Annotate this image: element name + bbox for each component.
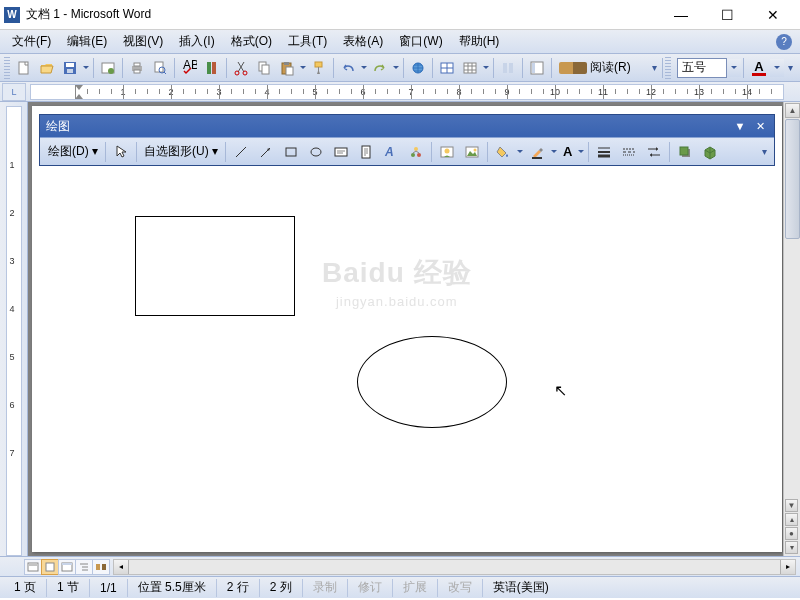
toolbar-overflow[interactable]: ▾ bbox=[648, 57, 660, 79]
copy-button[interactable] bbox=[253, 57, 275, 79]
status-pages[interactable]: 1/1 bbox=[90, 579, 128, 597]
menu-insert[interactable]: 插入(I) bbox=[171, 31, 222, 52]
font-color-dropdown[interactable] bbox=[770, 59, 784, 77]
menu-format[interactable]: 格式(O) bbox=[223, 31, 280, 52]
table-dropdown[interactable] bbox=[482, 66, 490, 69]
browse-object-button[interactable]: ● bbox=[785, 527, 798, 540]
web-layout-view-button[interactable] bbox=[58, 559, 76, 575]
doc-map-button[interactable] bbox=[526, 57, 548, 79]
clipart-button[interactable] bbox=[435, 141, 459, 163]
print-layout-view-button[interactable] bbox=[41, 559, 59, 575]
print-button[interactable] bbox=[126, 57, 148, 79]
print-preview-button[interactable] bbox=[149, 57, 171, 79]
scroll-right-button[interactable]: ▸ bbox=[780, 560, 795, 574]
drawing-overflow[interactable]: ▾ bbox=[758, 141, 770, 163]
columns-button[interactable] bbox=[497, 57, 519, 79]
status-language[interactable]: 英语(美国) bbox=[483, 579, 559, 597]
tables-borders-button[interactable] bbox=[436, 57, 458, 79]
horizontal-ruler[interactable]: 123456789101112131415 bbox=[30, 84, 784, 100]
line-color-dropdown[interactable] bbox=[550, 150, 558, 153]
normal-view-button[interactable] bbox=[24, 559, 42, 575]
horizontal-scrollbar[interactable]: ◂ ▸ bbox=[113, 559, 796, 575]
picture-button[interactable] bbox=[460, 141, 484, 163]
close-button[interactable]: ✕ bbox=[750, 0, 796, 30]
fill-color-button[interactable] bbox=[491, 141, 515, 163]
scroll-left-button[interactable]: ◂ bbox=[114, 560, 129, 574]
vertical-ruler[interactable]: 1234567 bbox=[6, 106, 22, 556]
menu-file[interactable]: 文件(F) bbox=[4, 31, 59, 52]
oval-tool[interactable] bbox=[304, 141, 328, 163]
open-button[interactable] bbox=[36, 57, 58, 79]
status-column[interactable]: 2 列 bbox=[260, 579, 303, 597]
prev-page-button[interactable]: ▴ bbox=[785, 513, 798, 526]
toolbar-overflow-2[interactable]: ▾ bbox=[784, 57, 796, 79]
page[interactable]: 绘图 ▼ ✕ 绘图(D) ▾ 自选图形(U) ▾ bbox=[32, 106, 782, 552]
save-button[interactable] bbox=[59, 57, 81, 79]
format-painter-button[interactable] bbox=[308, 57, 330, 79]
line-color-button[interactable] bbox=[525, 141, 549, 163]
paste-dropdown[interactable] bbox=[299, 66, 307, 69]
insert-table-button[interactable] bbox=[459, 57, 481, 79]
help-icon[interactable]: ? bbox=[776, 34, 792, 50]
menu-tools[interactable]: 工具(T) bbox=[280, 31, 335, 52]
save-dropdown[interactable] bbox=[82, 66, 90, 69]
read-button[interactable]: 阅读(R) bbox=[555, 59, 635, 76]
status-ext[interactable]: 扩展 bbox=[393, 579, 438, 597]
toolbar-handle-2[interactable] bbox=[665, 57, 671, 79]
arrow-tool[interactable] bbox=[254, 141, 278, 163]
status-ovr[interactable]: 改写 bbox=[438, 579, 483, 597]
status-line[interactable]: 2 行 bbox=[217, 579, 260, 597]
undo-button[interactable] bbox=[337, 57, 359, 79]
line-tool[interactable] bbox=[229, 141, 253, 163]
drawing-close-icon[interactable]: ✕ bbox=[752, 118, 768, 134]
font-color-drawing[interactable]: A bbox=[559, 141, 576, 163]
diagram-button[interactable] bbox=[404, 141, 428, 163]
ruler-corner[interactable]: L bbox=[2, 83, 26, 101]
drawing-options-icon[interactable]: ▼ bbox=[732, 118, 748, 134]
shadow-button[interactable] bbox=[673, 141, 697, 163]
status-position[interactable]: 位置 5.5厘米 bbox=[128, 579, 217, 597]
outline-view-button[interactable] bbox=[75, 559, 93, 575]
textbox-tool[interactable] bbox=[329, 141, 353, 163]
3d-button[interactable] bbox=[698, 141, 722, 163]
font-color-button[interactable]: A bbox=[748, 58, 770, 78]
new-button[interactable] bbox=[13, 57, 35, 79]
font-color-drawing-dropdown[interactable] bbox=[577, 150, 585, 153]
hyperlink-button[interactable] bbox=[407, 57, 429, 79]
menu-table[interactable]: 表格(A) bbox=[335, 31, 391, 52]
scroll-down-button[interactable]: ▼ bbox=[785, 499, 798, 512]
maximize-button[interactable]: ☐ bbox=[704, 0, 750, 30]
research-button[interactable] bbox=[201, 57, 223, 79]
toolbar-handle[interactable] bbox=[4, 57, 10, 79]
scroll-thumb[interactable] bbox=[785, 119, 800, 239]
paste-button[interactable] bbox=[276, 57, 298, 79]
undo-dropdown[interactable] bbox=[360, 66, 368, 69]
draw-menu-button[interactable]: 绘图(D) ▾ bbox=[44, 143, 102, 160]
menu-edit[interactable]: 编辑(E) bbox=[59, 31, 115, 52]
rectangle-tool[interactable] bbox=[279, 141, 303, 163]
rectangle-shape[interactable] bbox=[135, 216, 295, 316]
menu-view[interactable]: 视图(V) bbox=[115, 31, 171, 52]
select-objects-button[interactable] bbox=[109, 141, 133, 163]
wordart-button[interactable]: A bbox=[379, 141, 403, 163]
next-page-button[interactable]: ▾ bbox=[785, 541, 798, 554]
arrow-style-button[interactable] bbox=[642, 141, 666, 163]
vertical-textbox-tool[interactable] bbox=[354, 141, 378, 163]
menu-help[interactable]: 帮助(H) bbox=[451, 31, 508, 52]
reading-view-button[interactable] bbox=[92, 559, 110, 575]
ellipse-shape[interactable] bbox=[357, 336, 507, 428]
font-size-dropdown[interactable] bbox=[727, 59, 741, 77]
scroll-up-button[interactable]: ▲ bbox=[785, 103, 800, 118]
redo-dropdown[interactable] bbox=[392, 66, 400, 69]
line-style-button[interactable] bbox=[592, 141, 616, 163]
font-size-combo[interactable]: 五号 bbox=[677, 58, 727, 78]
vertical-scrollbar[interactable]: ▲ ▼ ▴ ● ▾ bbox=[783, 102, 800, 556]
drawing-toolbar-title[interactable]: 绘图 ▼ ✕ bbox=[40, 115, 774, 137]
cut-button[interactable] bbox=[230, 57, 252, 79]
spelling-button[interactable]: ABC bbox=[178, 57, 200, 79]
status-page[interactable]: 1 页 bbox=[4, 579, 47, 597]
status-trk[interactable]: 修订 bbox=[348, 579, 393, 597]
permission-button[interactable] bbox=[97, 57, 119, 79]
minimize-button[interactable]: — bbox=[658, 0, 704, 30]
autoshapes-button[interactable]: 自选图形(U) ▾ bbox=[140, 143, 222, 160]
